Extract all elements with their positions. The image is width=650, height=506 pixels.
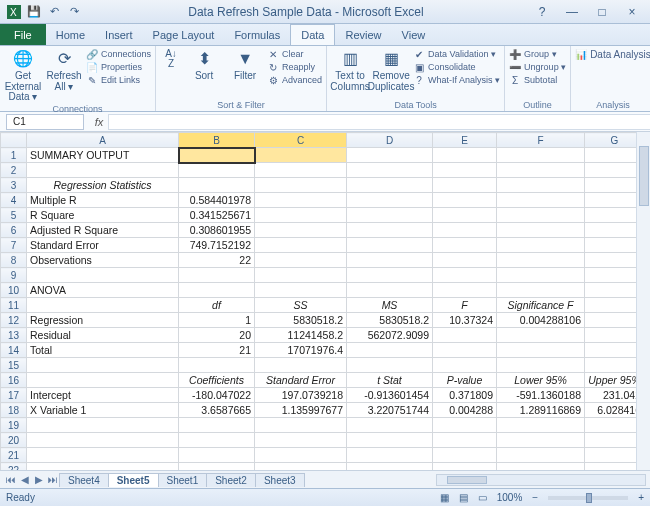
zoom-level[interactable]: 100% — [497, 492, 523, 503]
row-header[interactable]: 5 — [1, 208, 27, 223]
cell[interactable]: Significance F — [497, 298, 585, 313]
reapply-item[interactable]: ↻Reapply — [267, 61, 322, 73]
cell[interactable]: Standard Error — [27, 238, 179, 253]
remove-duplicates-button[interactable]: ▦ Remove Duplicates — [372, 48, 410, 92]
tab-insert[interactable]: Insert — [95, 24, 143, 45]
edit-links-item[interactable]: ✎Edit Links — [86, 74, 151, 86]
cell[interactable]: 17071976.4 — [255, 343, 347, 358]
cell[interactable]: 0.004288 — [433, 403, 497, 418]
col-header-A[interactable]: A — [27, 133, 179, 148]
redo-icon[interactable]: ↷ — [66, 4, 82, 20]
row-header[interactable]: 14 — [1, 343, 27, 358]
cell[interactable]: 197.0739218 — [255, 388, 347, 403]
cell[interactable]: 0.308601955 — [179, 223, 255, 238]
cell[interactable]: Regression — [27, 313, 179, 328]
cell[interactable]: -180.047022 — [179, 388, 255, 403]
sheet-nav-last[interactable]: ⏭ — [46, 474, 60, 485]
cell[interactable]: 21 — [179, 343, 255, 358]
select-all-corner[interactable] — [1, 133, 27, 148]
cell[interactable]: 1.135997677 — [255, 403, 347, 418]
col-header-C[interactable]: C — [255, 133, 347, 148]
cell[interactable]: Adjusted R Square — [27, 223, 179, 238]
connections-item[interactable]: 🔗Connections — [86, 48, 151, 60]
get-external-data-button[interactable]: 🌐 Get External Data ▾ — [4, 48, 42, 103]
cell[interactable]: 3.220751744 — [347, 403, 433, 418]
row-header[interactable]: 4 — [1, 193, 27, 208]
help-button[interactable]: ? — [530, 4, 554, 20]
cell[interactable]: Observations — [27, 253, 179, 268]
sheet-nav-next[interactable]: ▶ — [32, 474, 46, 485]
tab-home[interactable]: Home — [46, 24, 95, 45]
zoom-slider[interactable] — [548, 496, 628, 500]
tab-formulas[interactable]: Formulas — [224, 24, 290, 45]
cell[interactable]: Residual — [27, 328, 179, 343]
row-header[interactable]: 12 — [1, 313, 27, 328]
text-to-columns-button[interactable]: ▥ Text to Columns — [331, 48, 369, 92]
row-header[interactable]: 2 — [1, 163, 27, 178]
name-box[interactable]: C1 — [6, 114, 84, 130]
row-header[interactable]: 13 — [1, 328, 27, 343]
cell[interactable]: 10.37324 — [433, 313, 497, 328]
cell[interactable]: SS — [255, 298, 347, 313]
row-header[interactable]: 11 — [1, 298, 27, 313]
cell[interactable]: df — [179, 298, 255, 313]
cell[interactable]: t Stat — [347, 373, 433, 388]
cell[interactable]: X Variable 1 — [27, 403, 179, 418]
row-header[interactable]: 1 — [1, 148, 27, 163]
file-tab[interactable]: File — [0, 24, 46, 45]
col-header-B[interactable]: B — [179, 133, 255, 148]
row-header[interactable]: 22 — [1, 463, 27, 471]
cell[interactable]: Regression Statistics — [27, 178, 179, 193]
tab-page-layout[interactable]: Page Layout — [143, 24, 225, 45]
col-header-D[interactable]: D — [347, 133, 433, 148]
row-header[interactable]: 8 — [1, 253, 27, 268]
cell[interactable]: 1.289116869 — [497, 403, 585, 418]
undo-icon[interactable]: ↶ — [46, 4, 62, 20]
zoom-out-button[interactable]: − — [532, 492, 538, 503]
zoom-thumb[interactable] — [586, 493, 592, 503]
properties-item[interactable]: 📄Properties — [86, 61, 151, 73]
cell-selected[interactable] — [179, 148, 255, 163]
cell[interactable]: 0.371809 — [433, 388, 497, 403]
close-button[interactable]: × — [620, 4, 644, 20]
cell[interactable]: Standard Error — [255, 373, 347, 388]
cell[interactable]: 5830518.2 — [347, 313, 433, 328]
save-icon[interactable]: 💾 — [26, 4, 42, 20]
view-break-icon[interactable]: ▭ — [478, 492, 487, 503]
col-header-F[interactable]: F — [497, 133, 585, 148]
row-header[interactable]: 17 — [1, 388, 27, 403]
sheet-nav-prev[interactable]: ◀ — [18, 474, 32, 485]
refresh-all-button[interactable]: ⟳ Refresh All ▾ — [45, 48, 83, 92]
cell[interactable]: 1 — [179, 313, 255, 328]
row-header[interactable]: 6 — [1, 223, 27, 238]
sheet-tab[interactable]: Sheet2 — [206, 473, 256, 487]
cell[interactable]: 11241458.2 — [255, 328, 347, 343]
row-header[interactable]: 15 — [1, 358, 27, 373]
cell[interactable]: 749.7152192 — [179, 238, 255, 253]
vertical-scrollbar[interactable] — [636, 132, 650, 470]
vscroll-thumb[interactable] — [639, 146, 649, 206]
hscroll-thumb[interactable] — [447, 476, 487, 484]
clear-item[interactable]: ✕Clear — [267, 48, 322, 60]
cell[interactable]: MS — [347, 298, 433, 313]
ungroup-item[interactable]: ➖Ungroup ▾ — [509, 61, 566, 73]
row-header[interactable]: 7 — [1, 238, 27, 253]
data-analysis-button[interactable]: 📊Data Analysis — [575, 48, 650, 60]
subtotal-item[interactable]: ΣSubtotal — [509, 74, 566, 86]
row-header[interactable]: 3 — [1, 178, 27, 193]
sheet-tab[interactable]: Sheet4 — [59, 473, 109, 487]
tab-review[interactable]: Review — [335, 24, 391, 45]
group-item[interactable]: ➕Group ▾ — [509, 48, 566, 60]
cell[interactable]: -591.1360188 — [497, 388, 585, 403]
consolidate-item[interactable]: ▣Consolidate — [413, 61, 500, 73]
minimize-button[interactable]: — — [560, 4, 584, 20]
cell[interactable] — [347, 148, 433, 163]
row-header[interactable]: 19 — [1, 418, 27, 433]
sort-az-button[interactable]: A↓Z — [160, 48, 182, 70]
zoom-in-button[interactable]: + — [638, 492, 644, 503]
cell[interactable]: ANOVA — [27, 283, 179, 298]
cell[interactable]: R Square — [27, 208, 179, 223]
col-header-E[interactable]: E — [433, 133, 497, 148]
cell[interactable]: Total — [27, 343, 179, 358]
cell[interactable]: -0.913601454 — [347, 388, 433, 403]
